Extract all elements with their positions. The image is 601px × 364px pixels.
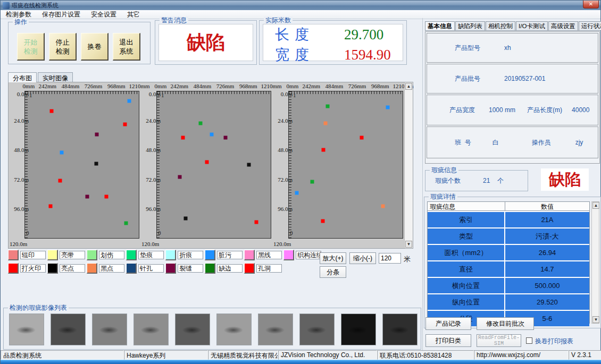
scroll-down-icon[interactable]: ▼	[405, 241, 412, 248]
split-button[interactable]: 分条	[320, 266, 346, 278]
menu-item[interactable]: 保存图片设置	[37, 10, 86, 19]
operation-button[interactable]: 换卷	[81, 33, 108, 61]
defect-point[interactable]	[123, 123, 127, 126]
defect-point[interactable]	[181, 136, 185, 140]
view-tab[interactable]: 分布图	[8, 72, 37, 82]
defect-thumbnail[interactable]	[382, 314, 418, 345]
defect-thumbnail[interactable]	[92, 314, 127, 345]
defect-point[interactable]	[224, 136, 228, 140]
right-panel-tab[interactable]: I/O卡测试	[516, 21, 548, 30]
scatter-plot: 0mm242mm484mm726mm968mm1210mm0.0m24.0m48…	[140, 82, 272, 248]
defect-point[interactable]	[255, 221, 258, 224]
flaw-detail-row[interactable]: 横向位置500.000	[428, 278, 589, 293]
defect-point[interactable]	[386, 105, 389, 109]
defect-point[interactable]	[321, 219, 324, 223]
operation-button[interactable]: 停止 检测	[49, 33, 77, 61]
defect-point[interactable]	[210, 132, 213, 136]
defect-thumbnail[interactable]	[341, 314, 376, 345]
read-from-file-button[interactable]: ReadFromFile-SIM	[477, 334, 521, 347]
close-button[interactable]: ✕	[583, 1, 599, 9]
defect-point[interactable]	[360, 136, 363, 140]
flaw-detail-row[interactable]: 直径14.7	[428, 261, 589, 277]
detail-table-scrollbar[interactable]: ▲ ▼	[591, 201, 599, 324]
defect-thumbnail[interactable]	[216, 314, 252, 345]
meters-input[interactable]	[379, 253, 401, 264]
right-panel-tab[interactable]: 相机控制	[486, 21, 515, 30]
defect-point[interactable]	[323, 121, 327, 125]
detail-scroll-up-icon[interactable]: ▲	[592, 202, 599, 209]
defect-point[interactable]	[128, 99, 131, 103]
defect-point[interactable]	[183, 217, 187, 221]
y-axis-labels: 0.0m24.0m48.0m72.0m96.0m	[9, 91, 24, 239]
print-report-checkbox[interactable]	[526, 337, 532, 344]
right-panel-tab[interactable]: 基本信息	[425, 21, 455, 30]
status-segment: V 2.3.1	[569, 350, 601, 360]
scroll-up-icon[interactable]: ▲	[405, 83, 412, 90]
legend-color-chip	[8, 263, 19, 274]
defect-point[interactable]	[48, 205, 52, 208]
print-sort-button[interactable]: 打印归类	[425, 334, 471, 347]
flaw-detail-row[interactable]: 面积（mm2）26.94	[428, 245, 589, 260]
defect-point[interactable]	[247, 163, 251, 167]
menu-item[interactable]: 安全设置	[86, 10, 122, 19]
defect-point[interactable]	[325, 104, 329, 108]
defect-thumbnail[interactable]	[175, 314, 210, 345]
defect-point[interactable]	[178, 175, 182, 179]
product-record-button[interactable]: 产品记录	[425, 317, 471, 330]
defect-point[interactable]	[58, 179, 62, 182]
right-panel-tab[interactable]: 运行状态信息	[579, 21, 601, 30]
zoom-in-button[interactable]: 放大(+)	[320, 252, 346, 264]
right-panel-tab[interactable]: 高级设置	[548, 21, 578, 30]
menu-item[interactable]: 其它	[122, 10, 145, 19]
legend-color-chip	[165, 250, 176, 260]
detail-scroll-down-icon[interactable]: ▼	[592, 316, 599, 323]
title-bar: 瑕疵在线检测系统 ✕	[1, 1, 600, 10]
defect-point[interactable]	[381, 205, 385, 208]
shift-value: 白	[493, 138, 499, 147]
defect-point[interactable]	[205, 160, 208, 164]
width-value: 1594.90	[344, 47, 391, 63]
defect-point[interactable]	[322, 148, 325, 152]
defect-thumbnail[interactable]	[133, 314, 169, 345]
defect-thumbnail[interactable]	[9, 314, 44, 345]
flaw-detail-row[interactable]: 纵向位置29.520	[428, 294, 589, 310]
operator-value: zjy	[575, 139, 583, 146]
defect-point[interactable]	[85, 194, 89, 198]
view-tab-strip: 分布图实时图像	[8, 72, 74, 82]
defect-thumbnail[interactable]	[51, 314, 86, 345]
operation-button[interactable]: 开始 检测	[17, 33, 45, 61]
legend-label: 裂缝	[178, 264, 203, 273]
legend-label: 孔洞	[256, 264, 282, 273]
menu-item[interactable]: 检测参数	[1, 10, 37, 19]
defect-point[interactable]	[311, 180, 314, 184]
defect-point[interactable]	[60, 151, 64, 155]
defect-point[interactable]	[49, 109, 53, 113]
view-tab[interactable]: 实时图像	[38, 72, 73, 82]
y-axis-last-label: 120.0m	[273, 241, 291, 247]
defect-point[interactable]	[105, 194, 108, 198]
thumbnail-strip	[9, 314, 418, 346]
plot-area[interactable]: 10	[156, 91, 271, 239]
plot-area[interactable]: 10	[24, 91, 139, 239]
defect-point[interactable]	[124, 222, 128, 225]
plot-area[interactable]: 10	[288, 91, 403, 239]
model-label: 产品型号	[455, 44, 480, 53]
right-panel-tab[interactable]: 缺陷列表	[455, 21, 485, 30]
legend-label: 缺边	[217, 264, 243, 273]
defect-thumbnail[interactable]	[258, 314, 293, 345]
legend-item: 折痕	[165, 250, 205, 260]
modify-batch-button[interactable]: 修改目前批次	[477, 317, 534, 330]
defect-point[interactable]	[95, 132, 99, 136]
flaw-detail-row[interactable]: 索引21A	[428, 212, 589, 227]
defect-point[interactable]	[295, 191, 298, 194]
flaw-detail-row[interactable]: 类型污渍-大	[428, 228, 589, 244]
defect-point[interactable]	[95, 162, 98, 165]
defect-thumbnail[interactable]	[299, 314, 335, 345]
operation-button[interactable]: 退出 系统	[113, 33, 140, 61]
plot-vertical-scrollbar[interactable]: ▲ ▼	[404, 82, 413, 248]
legend-label: 针孔	[138, 264, 164, 273]
zoom-out-button[interactable]: 缩小(-)	[349, 252, 376, 264]
defect-point[interactable]	[199, 121, 203, 125]
detail-row-name: 面积（mm2）	[428, 245, 505, 260]
y-tick-marks	[289, 91, 291, 238]
